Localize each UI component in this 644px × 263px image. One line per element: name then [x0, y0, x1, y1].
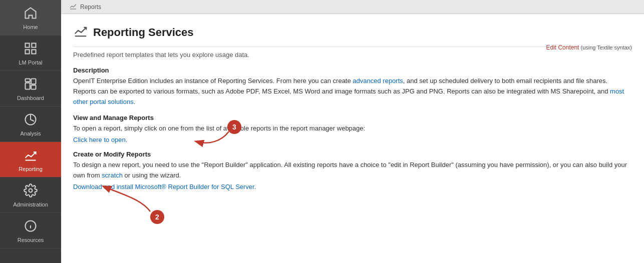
- sidebar-item-lm-portal-label: LM Portal: [19, 60, 42, 66]
- description-text: OpenIT Enterprise Edition includes an in…: [73, 76, 632, 107]
- sidebar-item-analysis-label: Analysis: [21, 130, 41, 136]
- sidebar-item-home[interactable]: Home: [0, 0, 61, 36]
- resources-icon: [24, 219, 38, 235]
- administration-icon: [24, 184, 38, 200]
- svg-rect-1: [32, 44, 36, 48]
- click-here-link[interactable]: Click here to open.: [73, 136, 632, 144]
- page-subtitle: Predefined report templates that lets yo…: [73, 51, 632, 58]
- edit-content-label: Edit Content: [546, 44, 579, 51]
- description-section-title: Description: [73, 66, 632, 74]
- scratch-link[interactable]: scratch: [102, 172, 123, 179]
- svg-rect-2: [26, 50, 30, 54]
- svg-rect-3: [32, 50, 36, 54]
- sidebar-item-analysis[interactable]: Analysis: [0, 106, 61, 142]
- sidebar-item-dashboard-label: Dashboard: [17, 95, 44, 101]
- page-title: Reporting Services: [93, 26, 194, 39]
- edit-content-suffix: (using Textile syntax): [579, 44, 632, 50]
- sidebar-item-home-label: Home: [23, 24, 38, 30]
- analysis-icon: [24, 112, 38, 128]
- sidebar-item-resources-label: Resources: [18, 237, 44, 243]
- svg-rect-7: [31, 85, 36, 89]
- annotation-2: 2: [150, 210, 164, 224]
- page-header: Reporting Services: [73, 23, 632, 47]
- breadcrumb-bar: Reports: [61, 0, 644, 14]
- sidebar-item-resources[interactable]: Resources: [0, 213, 61, 248]
- svg-point-9: [29, 189, 33, 192]
- page-header-icon: [73, 23, 88, 42]
- advanced-reports-link[interactable]: advanced reports: [353, 77, 403, 84]
- svg-rect-0: [26, 44, 30, 48]
- dashboard-icon: [24, 77, 38, 93]
- svg-rect-6: [26, 83, 30, 90]
- sidebar-item-administration[interactable]: Administration: [0, 178, 61, 213]
- create-text: To design a new report, you need to use …: [73, 160, 632, 181]
- breadcrumb-icon: [69, 2, 77, 12]
- portal-solutions-link[interactable]: most other portal solutions: [73, 88, 624, 106]
- main-content: Reports Edit Content (using Textile synt…: [61, 0, 644, 263]
- content-area: Edit Content (using Textile syntax) Repo…: [61, 14, 644, 263]
- lm-portal-icon: [24, 42, 38, 58]
- sidebar: Home LM Portal Dashboard: [0, 0, 61, 263]
- view-text: To open a report, simply click on one fr…: [73, 124, 632, 134]
- sidebar-item-dashboard[interactable]: Dashboard: [0, 71, 61, 106]
- home-icon: [24, 6, 38, 22]
- sidebar-item-administration-label: Administration: [13, 202, 48, 208]
- edit-content-link[interactable]: Edit Content (using Textile syntax): [546, 44, 632, 51]
- svg-rect-4: [26, 79, 30, 82]
- sidebar-item-lm-portal[interactable]: LM Portal: [0, 36, 61, 71]
- svg-rect-5: [31, 79, 36, 84]
- reporting-icon: [24, 148, 38, 164]
- breadcrumb-label: Reports: [80, 4, 101, 10]
- sidebar-item-reporting-label: Reporting: [19, 166, 43, 172]
- view-section-title: View and Manage Reports: [73, 114, 632, 122]
- download-link[interactable]: Download and install Microsoft® Report B…: [73, 183, 632, 190]
- sidebar-item-reporting[interactable]: Reporting: [0, 142, 61, 178]
- create-section-title: Create or Modify Reports: [73, 150, 632, 158]
